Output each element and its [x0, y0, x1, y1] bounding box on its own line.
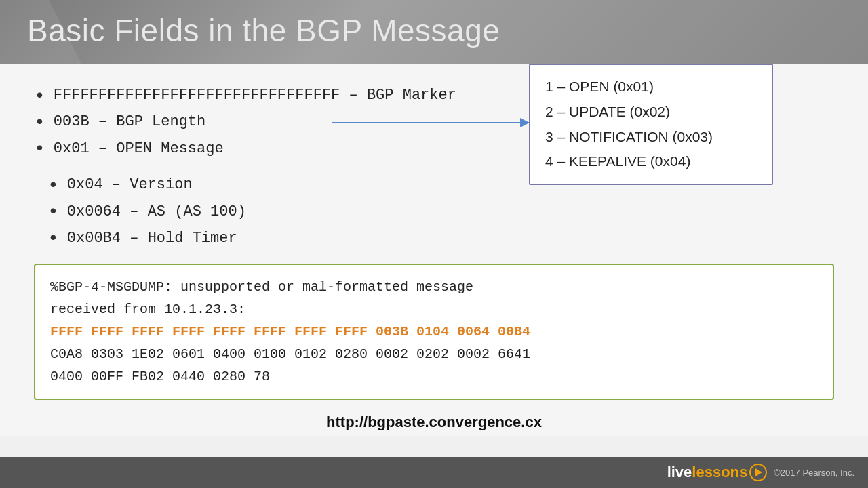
sub-bullet-text-2: 0x0064 – AS (AS 100)	[67, 199, 246, 224]
code-line-2: received from 10.1.23.3:	[50, 298, 818, 321]
footer: live lessons ©2017 Pearson, Inc.	[0, 457, 868, 488]
livelessons-logo: live lessons	[667, 464, 768, 481]
url-text: http://bgpaste.convergence.cx	[326, 413, 542, 430]
bullet-text-2: 003B – BGP Length	[54, 109, 205, 134]
popup-box: 1 – OPEN (0x01) 2 – UPDATE (0x02) 3 – NO…	[529, 64, 773, 185]
main-content: • FFFFFFFFFFFFFFFFFFFFFFFFFFFFFFFF – BGP…	[0, 64, 868, 436]
popup-item-2: 2 – UPDATE (0x02)	[545, 100, 757, 125]
copyright-text: ©2017 Pearson, Inc.	[774, 468, 854, 478]
code-box: %BGP-4-MSGDUMP: unsupported or mal-forma…	[34, 264, 834, 400]
logo-circle	[749, 464, 767, 481]
bullet-dot-1: •	[34, 83, 45, 109]
sub-bullet-text-1: 0x04 – Version	[67, 172, 193, 197]
code-line-4: C0A8 0303 1E02 0601 0400 0100 0102 0280 …	[50, 343, 818, 365]
popup-item-4: 4 – KEEPALIVE (0x04)	[545, 149, 757, 174]
url-bar: http://bgpaste.convergence.cx	[34, 409, 834, 436]
bullet-section: • FFFFFFFFFFFFFFFFFFFFFFFFFFFFFFFF – BGP…	[34, 83, 834, 251]
bullet-dot-2: •	[34, 109, 45, 136]
sub-bullet-item-2: • 0x0064 – AS (AS 100)	[47, 199, 246, 225]
sub-bullet-dot-2: •	[47, 199, 59, 225]
arrow-container	[332, 122, 529, 123]
code-line-1: %BGP-4-MSGDUMP: unsupported or mal-forma…	[50, 276, 818, 298]
sub-bullet-dot-1: •	[47, 172, 59, 199]
sub-bullet-item-3: • 0x00B4 – Hold Timer	[47, 225, 246, 251]
arrow-line	[332, 122, 529, 123]
sub-bullet-item-1: • 0x04 – Version	[47, 172, 246, 199]
logo-lessons-text: lessons	[692, 464, 747, 481]
popup-item-1: 1 – OPEN (0x01)	[545, 75, 757, 100]
bullet-text-3: 0x01 – OPEN Message	[54, 136, 224, 161]
code-line-3: FFFF FFFF FFFF FFFF FFFF FFFF FFFF FFFF …	[50, 321, 818, 343]
sub-bullet-dot-3: •	[47, 225, 59, 251]
bullet-text-1: FFFFFFFFFFFFFFFFFFFFFFFFFFFFFFFF – BGP M…	[54, 83, 456, 108]
code-line-3-highlight: FFFF FFFF FFFF FFFF FFFF FFFF FFFF FFFF …	[50, 324, 530, 340]
slide-title: Basic Fields in the BGP Message	[27, 12, 841, 49]
code-line-5: 0400 00FF FB02 0440 0280 78	[50, 365, 818, 388]
play-icon	[755, 468, 762, 476]
sub-bullet-text-3: 0x00B4 – Hold Timer	[67, 226, 237, 251]
popup-list: 1 – OPEN (0x01) 2 – UPDATE (0x02) 3 – NO…	[545, 75, 757, 174]
popup-item-3: 3 – NOTIFICATION (0x03)	[545, 125, 757, 150]
logo-live-text: live	[667, 464, 692, 481]
bullet-dot-3: •	[34, 136, 45, 162]
sub-bullet-list: • 0x04 – Version • 0x0064 – AS (AS 100) …	[47, 172, 246, 252]
slide-header: Basic Fields in the BGP Message	[0, 0, 868, 64]
